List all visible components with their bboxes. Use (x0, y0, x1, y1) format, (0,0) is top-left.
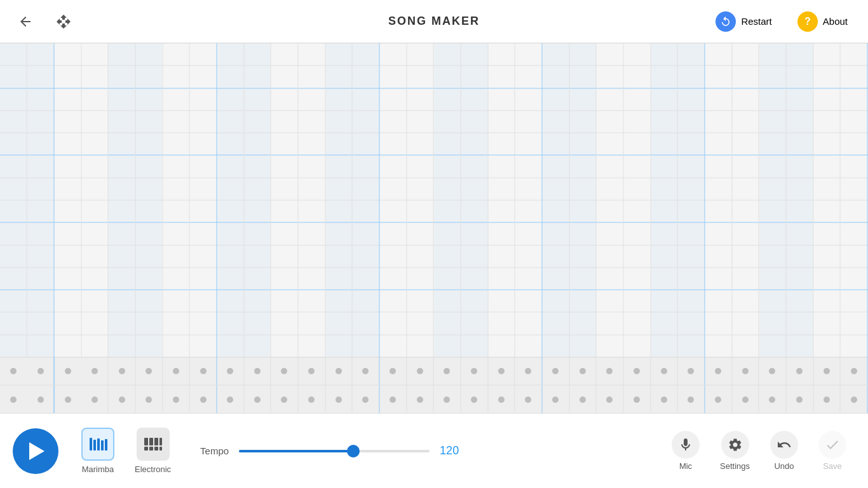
save-icon-container (818, 431, 846, 459)
undo-button[interactable]: Undo (761, 426, 807, 476)
about-icon: ? (797, 11, 818, 32)
svg-point-112 (769, 368, 775, 374)
svg-point-125 (254, 396, 261, 403)
settings-icon-container (721, 431, 749, 459)
svg-point-92 (227, 368, 233, 374)
svg-rect-154 (149, 438, 153, 445)
tempo-slider[interactable] (239, 449, 430, 453)
svg-point-147 (851, 396, 857, 403)
svg-point-122 (173, 396, 179, 403)
svg-point-131 (417, 396, 423, 403)
settings-button[interactable]: Settings (711, 426, 759, 476)
svg-rect-151 (101, 440, 104, 451)
svg-point-111 (742, 368, 749, 374)
svg-point-121 (146, 396, 152, 403)
tempo-section: Tempo 120 (181, 444, 663, 458)
move-button[interactable] (51, 9, 76, 34)
header-left (13, 9, 76, 34)
electronic-label: Electronic (135, 464, 171, 474)
svg-point-100 (444, 368, 450, 374)
restart-button[interactable]: Restart (708, 6, 779, 37)
marimba-button[interactable]: Marimba (71, 423, 125, 479)
electronic-icon (137, 428, 170, 461)
save-button[interactable]: Save (810, 426, 855, 476)
svg-point-120 (119, 396, 125, 403)
svg-point-104 (552, 368, 559, 374)
mic-label: Mic (679, 461, 692, 471)
play-button[interactable] (13, 428, 58, 474)
svg-point-126 (281, 396, 287, 403)
svg-point-85 (37, 368, 44, 374)
svg-point-84 (10, 368, 17, 374)
svg-point-99 (417, 368, 423, 374)
move-icon (56, 14, 71, 29)
undo-icon-container (770, 431, 798, 459)
svg-point-144 (769, 396, 775, 403)
app-title: SONG MAKER (388, 15, 480, 28)
mic-icon-container (672, 431, 700, 459)
settings-icon (728, 437, 743, 452)
header: SONG MAKER Restart ? About (0, 0, 868, 43)
save-label: Save (823, 461, 842, 471)
tempo-label: Tempo (200, 445, 229, 456)
svg-point-145 (796, 396, 803, 403)
restart-icon (715, 11, 736, 32)
svg-point-134 (498, 396, 505, 403)
svg-rect-160 (159, 447, 162, 451)
svg-point-102 (498, 368, 505, 374)
play-icon (29, 442, 44, 460)
restart-label: Restart (741, 16, 771, 27)
marimba-label: Marimba (82, 464, 114, 474)
about-button[interactable]: ? About (790, 6, 855, 37)
svg-rect-149 (93, 440, 96, 451)
svg-point-97 (362, 368, 369, 374)
svg-point-139 (634, 396, 640, 403)
settings-label: Settings (720, 461, 750, 471)
svg-point-143 (742, 396, 749, 403)
marimba-icon (81, 428, 114, 461)
svg-point-140 (661, 396, 667, 403)
svg-point-91 (200, 368, 207, 374)
svg-point-142 (715, 396, 721, 403)
svg-rect-158 (149, 447, 153, 451)
svg-point-115 (851, 368, 857, 374)
svg-point-103 (525, 368, 531, 374)
back-icon (18, 14, 33, 29)
svg-rect-157 (144, 447, 148, 451)
tempo-value: 120 (440, 444, 465, 458)
svg-point-105 (580, 368, 586, 374)
mic-button[interactable]: Mic (663, 426, 709, 476)
svg-point-89 (146, 368, 152, 374)
svg-point-129 (362, 396, 369, 403)
svg-point-116 (10, 396, 17, 403)
svg-point-94 (281, 368, 287, 374)
electronic-button[interactable]: Electronic (125, 423, 181, 479)
svg-point-119 (92, 396, 98, 403)
svg-point-110 (715, 368, 721, 374)
svg-point-135 (525, 396, 531, 403)
svg-point-95 (308, 368, 315, 374)
svg-point-141 (688, 396, 694, 403)
tempo-fill (239, 450, 353, 452)
right-toolbar: Mic Settings Undo (663, 426, 855, 476)
save-icon (825, 437, 840, 452)
back-button[interactable] (13, 9, 38, 34)
svg-point-113 (796, 368, 803, 374)
svg-point-93 (254, 368, 261, 374)
svg-point-123 (200, 396, 207, 403)
svg-point-114 (824, 368, 830, 374)
header-right: Restart ? About (708, 6, 855, 37)
svg-point-138 (606, 396, 613, 403)
svg-rect-159 (154, 447, 158, 451)
bottom-toolbar: Marimba Electronic Tempo (0, 413, 868, 488)
svg-rect-152 (105, 439, 107, 451)
tempo-thumb[interactable] (347, 445, 360, 458)
svg-point-96 (336, 368, 342, 374)
grid-container[interactable] (0, 43, 868, 413)
svg-point-132 (444, 396, 450, 403)
svg-point-117 (37, 396, 44, 403)
svg-point-88 (119, 368, 125, 374)
svg-point-109 (688, 368, 694, 374)
svg-point-127 (308, 396, 315, 403)
svg-rect-156 (159, 438, 162, 445)
